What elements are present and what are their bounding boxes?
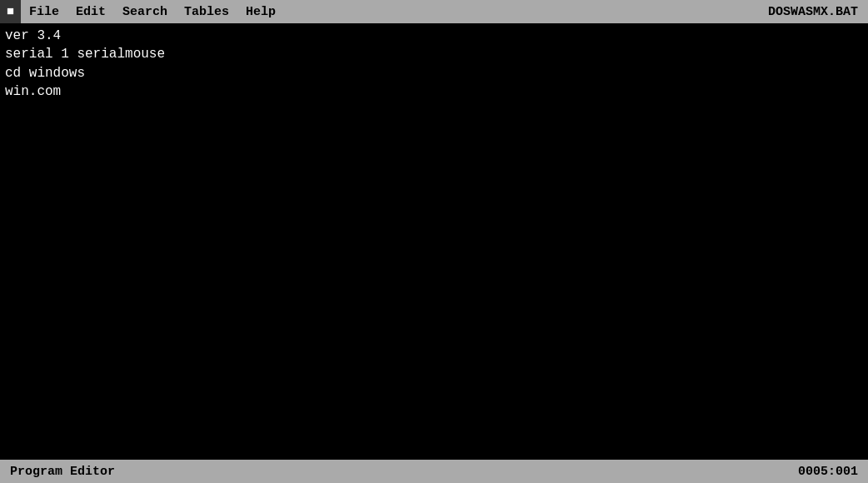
cursor-position: 0005:001 bbox=[798, 465, 858, 479]
editor-area[interactable]: ver 3.4 serial 1 serialmouse cd windows … bbox=[0, 23, 868, 460]
menu-item-search[interactable]: Search bbox=[114, 0, 176, 23]
system-menu-icon[interactable]: ■ bbox=[0, 0, 21, 23]
statusbar: Program Editor 0005:001 bbox=[0, 460, 868, 483]
menu-item-edit[interactable]: Edit bbox=[67, 0, 114, 23]
app: ■ File Edit Search Tables Help DOSWASMX.… bbox=[0, 0, 868, 483]
menu-item-tables[interactable]: Tables bbox=[176, 0, 237, 23]
status-label: Program Editor bbox=[10, 465, 115, 479]
menu-left: ■ File Edit Search Tables Help bbox=[0, 0, 758, 23]
menu-item-file[interactable]: File bbox=[21, 0, 67, 23]
menu-item-help[interactable]: Help bbox=[237, 0, 284, 23]
menubar: ■ File Edit Search Tables Help DOSWASMX.… bbox=[0, 0, 868, 23]
filename-display: DOSWASMX.BAT bbox=[758, 0, 868, 23]
